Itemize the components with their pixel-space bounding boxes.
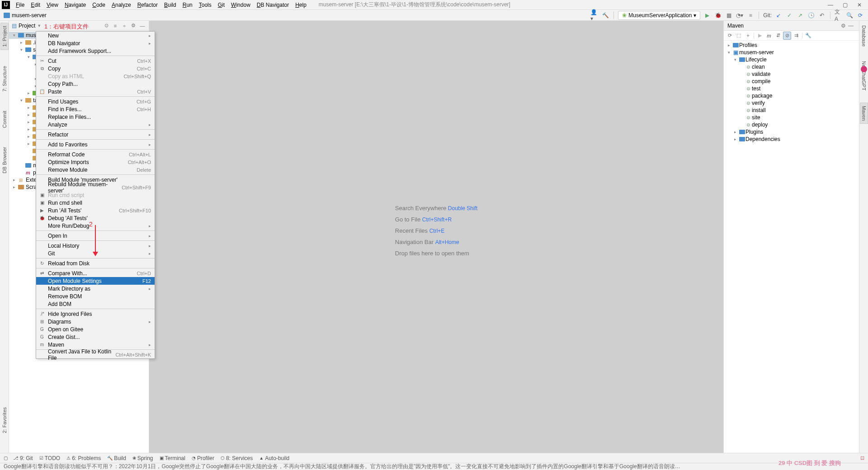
git-history-button[interactable]: 🕓 [807, 11, 815, 19]
stop-button[interactable]: ■ [746, 11, 755, 19]
ctx-db-navigator[interactable]: DB Navigator▸ [36, 39, 155, 47]
ctx-copy-path-[interactable]: Copy Path... [36, 80, 155, 88]
ctx-create-gist-[interactable]: GCreate Gist... [36, 333, 155, 341]
maven-item[interactable]: ▸Profiles [724, 42, 859, 49]
maven-run-button[interactable]: ▶ [756, 32, 764, 40]
ctx-diagrams[interactable]: ⊞Diagrams▸ [36, 318, 155, 325]
tab-favorites[interactable]: 2: Favorites [1, 404, 8, 436]
ctx-git[interactable]: Git▸ [36, 249, 155, 257]
ctx-remove-module[interactable]: Remove ModuleDelete [36, 166, 155, 174]
maven-generate-button[interactable]: ⬚ [735, 32, 743, 40]
tab-structure[interactable]: 7: Structure [1, 63, 8, 94]
run-config-select[interactable]: ❀ MuseumServerApplication ▾ [618, 11, 700, 20]
maven-item[interactable]: ⚙validate [724, 70, 859, 78]
ctx-paste[interactable]: 📋PasteCtrl+V [36, 88, 155, 95]
ctx-optimize-imports[interactable]: Optimize ImportsCtrl+Alt+O [36, 158, 155, 166]
maven-reload-button[interactable]: ⟳ [726, 32, 734, 40]
user-button[interactable]: 👤▾ [590, 11, 599, 19]
dropdown-icon[interactable]: ▼ [37, 24, 41, 28]
search-button[interactable]: 🔍 [845, 11, 854, 19]
maximize-button[interactable]: ▢ [842, 2, 848, 8]
maven-item[interactable]: ⚙install [724, 107, 859, 114]
translate-button[interactable]: 文A [835, 11, 843, 19]
git-commit-button[interactable]: ✓ [785, 11, 793, 19]
ctx-run-all-tests-[interactable]: ▶Run 'All Tests'Ctrl+Shift+F10 [36, 207, 155, 214]
menu-db-navigator[interactable]: DB Navigator [254, 2, 292, 8]
tab-commit[interactable]: Commit [1, 108, 8, 131]
menu-code[interactable]: Code [89, 2, 108, 8]
ctx-cut[interactable]: ✂CutCtrl+X [36, 57, 155, 65]
maven-item[interactable]: ⚙clean [724, 63, 859, 70]
ctx-local-history[interactable]: Local History▸ [36, 242, 155, 249]
maven-item[interactable]: ⚙compile [724, 78, 859, 85]
maven-item[interactable]: ⚙test [724, 85, 859, 92]
menu-run[interactable]: Run [179, 2, 196, 8]
menu-analyze[interactable]: Analyze [108, 2, 134, 8]
maven-toggle-button[interactable]: ⇵ [774, 32, 782, 40]
breadcrumb[interactable]: musem-server [4, 12, 47, 19]
ctx-open-module-settings[interactable]: Open Module SettingsF12 [36, 277, 155, 285]
git-update-button[interactable]: ↙ [774, 11, 783, 19]
ctx-add-bom[interactable]: Add BOM [36, 300, 155, 308]
tab-db-browser[interactable]: DB Browser [1, 144, 8, 176]
expand-all-button[interactable]: ≡ [112, 22, 119, 29]
tab-database[interactable]: Database [860, 23, 868, 49]
bottom-tab-8-services[interactable]: ⬡8: Services [221, 455, 253, 461]
maven-exec-button[interactable]: m [765, 32, 773, 40]
menu-help[interactable]: Help [292, 2, 310, 8]
bottom-tab-terminal[interactable]: ▣Terminal [160, 455, 185, 461]
ctx-mark-directory-as[interactable]: Mark Directory as▸ [36, 285, 155, 292]
close-button[interactable]: ✕ [856, 2, 863, 8]
menu-navigate[interactable]: Navigate [61, 2, 89, 8]
bottom-tab-spring[interactable]: ❀Spring [132, 455, 153, 461]
maven-item[interactable]: ⚙verify [724, 99, 859, 107]
minimize-button[interactable]: — [827, 2, 834, 8]
run-button[interactable]: ▶ [703, 11, 711, 19]
bottom-tab-build[interactable]: 🔨Build [107, 455, 126, 461]
menu-window[interactable]: Window [228, 2, 254, 8]
ctx-more-run-debug[interactable]: More Run/Debug▸ [36, 222, 155, 230]
ctx-new[interactable]: New▸ [36, 32, 155, 39]
hide-button[interactable]: — [139, 22, 146, 29]
maven-settings-button[interactable]: ⚙ [841, 23, 848, 29]
maven-add-button[interactable]: ＋ [744, 32, 752, 40]
menu-view[interactable]: View [43, 2, 61, 8]
maven-item[interactable]: ▾▣musem-server [724, 49, 859, 56]
ctx-open-on-gitee[interactable]: GOpen on Gitee [36, 325, 155, 333]
ctx-copy[interactable]: ⧉CopyCtrl+C [36, 65, 155, 72]
profile-button[interactable]: ◔▾ [736, 11, 744, 19]
coverage-button[interactable]: ▦ [725, 11, 733, 19]
tab-maven[interactable]: Maven [860, 103, 868, 124]
editor-area[interactable]: Search Everywhere Double ShiftGo to File… [149, 21, 723, 453]
maven-item[interactable]: ⚙deploy [724, 121, 859, 128]
tab-nexchat[interactable]: NexChatGPT [860, 58, 868, 93]
ctx-run-cmd-shell[interactable]: ▣Run cmd shell [36, 199, 155, 207]
ctx-find-usages[interactable]: Find UsagesCtrl+G [36, 98, 155, 105]
ctx-debug-all-tests-[interactable]: 🐞Debug 'All Tests' [36, 214, 155, 222]
menu-file[interactable]: File [13, 2, 28, 8]
ctx-compare-with-[interactable]: ⇄Compare With...Ctrl+D [36, 269, 155, 277]
git-push-button[interactable]: ↗ [796, 11, 804, 19]
ctx-add-framework-support-[interactable]: Add Framework Support... [36, 47, 155, 55]
menu-refactor[interactable]: Refactor [134, 2, 161, 8]
debug-button[interactable]: 🐞 [714, 11, 722, 19]
ctx-refactor[interactable]: Refactor▸ [36, 131, 155, 138]
ctx-reload-from-disk[interactable]: ↻Reload from Disk [36, 259, 155, 267]
ctx-reformat-code[interactable]: Reformat CodeCtrl+Alt+L [36, 150, 155, 158]
bottom-tab-auto-build[interactable]: ▲Auto-build [259, 455, 289, 461]
ctx-open-in[interactable]: Open In▸ [36, 232, 155, 240]
ctx-maven[interactable]: mMaven▸ [36, 341, 155, 348]
tab-project[interactable]: 1: Project [0, 23, 9, 50]
ctx-convert-java-file-to-kotlin-file[interactable]: Convert Java File to Kotlin FileCtrl+Alt… [36, 351, 155, 358]
maven-item[interactable]: ▾Lifecycle [724, 56, 859, 63]
tool-window-button[interactable]: ▢ [4, 456, 8, 461]
collapse-all-button[interactable]: ÷ [121, 22, 128, 29]
maven-show-deps-button[interactable]: ⇉ [792, 32, 800, 40]
select-opened-button[interactable]: ⊙ [103, 22, 110, 29]
menu-build[interactable]: Build [161, 2, 179, 8]
maven-wrench-button[interactable]: 🔧 [804, 32, 812, 40]
ctx-find-in-files-[interactable]: Find in Files...Ctrl+H [36, 105, 155, 113]
ctx-remove-bom[interactable]: Remove BOM [36, 292, 155, 300]
menu-tools[interactable]: Tools [196, 2, 215, 8]
maven-item[interactable]: ▸Dependencies [724, 136, 859, 143]
